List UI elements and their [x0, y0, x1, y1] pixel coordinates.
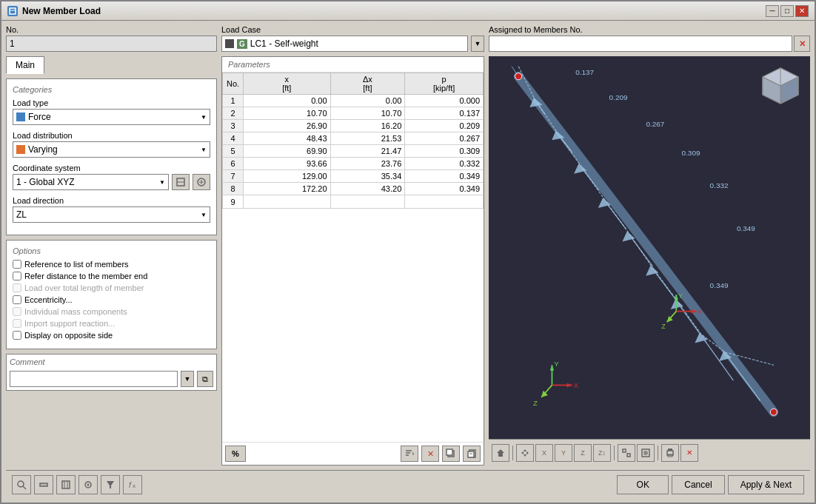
coord-sys-select[interactable]: 1 - Global XYZ ▼ — [13, 174, 169, 190]
tab-main[interactable]: Main — [6, 56, 44, 74]
assigned-input[interactable] — [489, 36, 792, 52]
paste-button[interactable] — [463, 446, 481, 462]
viewport-move-btn[interactable] — [516, 444, 534, 462]
load-dir-arrow: ▼ — [201, 212, 207, 218]
viewport-home-btn[interactable] — [492, 444, 509, 462]
svg-text:Y: Y — [554, 360, 559, 368]
load-case-input[interactable]: G LC1 - Self-weight — [221, 36, 468, 52]
svg-text:Z: Z — [533, 399, 538, 407]
table-row[interactable]: 7129.0035.340.349 — [223, 170, 484, 183]
table-container[interactable]: No. x[ft] Δx[ft] p[kip/ft] 10.000.000.00… — [222, 73, 484, 442]
options-section: Options Reference to list of members Ref… — [6, 240, 217, 349]
comment-copy-btn[interactable]: ⧉ — [197, 371, 213, 387]
coord-sys-row: Coordinate system 1 - Global XYZ ▼ — [13, 164, 210, 190]
option-2-label: Load over total length of member — [24, 283, 144, 292]
svg-text:0.209: 0.209 — [609, 93, 628, 101]
viewport-rotate-x-btn[interactable]: X — [535, 444, 553, 462]
content-area: No. Load Case G LC1 - Self-weight ▼ Assi… — [1, 21, 815, 503]
svg-text:X: X — [698, 308, 702, 315]
option-6-checkbox[interactable] — [13, 331, 21, 340]
measure-btn[interactable] — [34, 475, 53, 494]
table-row[interactable]: 326.9016.200.209 — [223, 120, 484, 132]
load-case-dropdown[interactable]: ▼ — [471, 36, 484, 52]
load-dist-label: Load distribution — [13, 131, 210, 140]
title-controls: ─ □ ✕ — [766, 5, 809, 17]
viewport-print-btn[interactable] — [661, 444, 679, 462]
viewport-rotate-y-btn[interactable]: Y — [555, 444, 572, 462]
option-2: Load over total length of member — [13, 283, 210, 292]
comment-label: Comment — [10, 357, 213, 366]
delete-button[interactable]: ✕ — [421, 446, 439, 462]
load-type-label: Load type — [13, 98, 210, 107]
svg-marker-70 — [524, 449, 526, 451]
option-3-label: Eccentricity... — [24, 295, 73, 304]
comment-dropdown-btn[interactable]: ▼ — [181, 371, 194, 387]
option-5: Import support reaction... — [13, 319, 210, 328]
left-panel: Main Categories Load type Force ▼ — [6, 56, 217, 466]
option-4: Individual mass components — [13, 307, 210, 316]
copy-row-button[interactable] — [442, 446, 460, 462]
filter-btn[interactable] — [101, 475, 120, 494]
viewport-rotate-z-btn[interactable]: Z — [574, 444, 592, 462]
table-row[interactable]: 569.9021.470.309 — [223, 145, 484, 158]
right-panel: 0.137 0.209 0.267 0.309 0.332 0.349 0.34… — [489, 56, 810, 466]
viewport-fit-btn[interactable] — [618, 444, 635, 462]
option-2-checkbox — [13, 283, 21, 292]
comment-input[interactable] — [10, 371, 178, 387]
percent-button[interactable]: % — [225, 446, 246, 462]
table-row[interactable]: 448.4321.530.267 — [223, 132, 484, 145]
viewport-close-btn[interactable]: ✕ — [680, 444, 698, 462]
assigned-row: ✕ — [489, 36, 810, 52]
option-1: Refer distance to the member end — [13, 272, 210, 280]
option-0-label: Reference to list of members — [24, 260, 129, 269]
sort-button[interactable] — [401, 446, 418, 462]
svg-text:0.309: 0.309 — [682, 149, 700, 157]
formula-btn[interactable]: fx — [123, 475, 142, 494]
table-row[interactable]: 210.7010.700.137 — [223, 107, 484, 120]
svg-point-89 — [87, 483, 90, 485]
title-bar-left: New Member Load — [7, 6, 101, 16]
col-x-header: x[ft] — [244, 73, 331, 95]
option-5-checkbox — [13, 319, 21, 328]
option-0-checkbox[interactable] — [13, 260, 21, 269]
option-1-checkbox[interactable] — [13, 272, 21, 280]
svg-text:Y: Y — [678, 292, 683, 300]
top-row: No. Load Case G LC1 - Self-weight ▼ Assi… — [6, 25, 810, 52]
search-btn[interactable] — [12, 475, 31, 494]
ok-button[interactable]: OK — [617, 475, 669, 494]
coord-sys-row-inner: 1 - Global XYZ ▼ — [13, 174, 210, 190]
cancel-button[interactable]: Cancel — [672, 475, 724, 494]
col-dx-header: Δx[ft] — [330, 73, 405, 95]
coord-btn-1[interactable] — [172, 174, 190, 190]
maximize-button[interactable]: □ — [780, 5, 794, 17]
assigned-label: Assigned to Members No. — [489, 25, 810, 34]
view-settings-btn[interactable] — [78, 475, 98, 494]
load-type-select[interactable]: Force ▼ — [13, 109, 210, 125]
load-dir-row: Load direction ZL ▼ — [13, 196, 210, 223]
apply-next-button[interactable]: Apply & Next — [728, 475, 804, 494]
svg-point-77 — [643, 451, 648, 455]
svg-marker-90 — [107, 481, 114, 488]
load-dist-select[interactable]: Varying ▼ — [13, 141, 210, 158]
main-area: Main Categories Load type Force ▼ — [6, 56, 810, 466]
load-dir-value: ZL — [16, 209, 27, 220]
load-dir-select[interactable]: ZL ▼ — [13, 206, 210, 223]
table-row[interactable]: 8172.2043.200.349 — [223, 183, 484, 195]
viewport-render-btn[interactable] — [637, 444, 655, 462]
svg-rect-79 — [668, 448, 672, 451]
load-dir-label: Load direction — [13, 196, 210, 205]
table-row[interactable]: 693.6623.760.332 — [223, 158, 484, 170]
title-bar: New Member Load ─ □ ✕ — [1, 1, 815, 21]
close-button[interactable]: ✕ — [795, 5, 809, 17]
table-row[interactable]: 10.000.000.000 — [223, 95, 484, 107]
assigned-clear-button[interactable]: ✕ — [794, 36, 810, 52]
table-toolbar: % ✕ — [222, 442, 484, 465]
section-btn[interactable] — [56, 475, 76, 494]
no-input[interactable] — [6, 36, 217, 52]
table-row[interactable]: 9 — [223, 195, 484, 209]
minimize-button[interactable]: ─ — [766, 5, 779, 17]
svg-rect-85 — [62, 481, 70, 488]
viewport-zoom-btn[interactable]: Z↕ — [593, 444, 611, 462]
option-3-checkbox[interactable] — [13, 295, 21, 304]
coord-btn-2[interactable] — [193, 174, 210, 190]
